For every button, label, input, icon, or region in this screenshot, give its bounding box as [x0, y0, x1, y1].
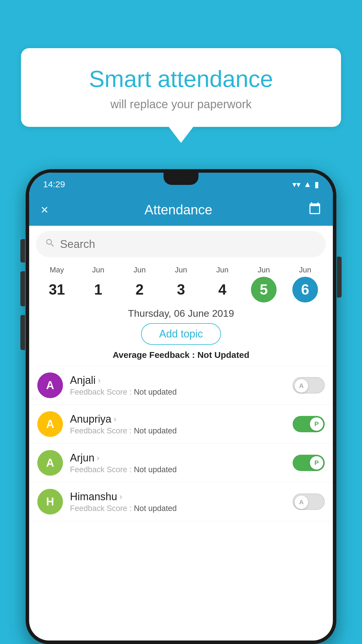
chevron-icon: ›	[114, 414, 116, 424]
battery-icon: ▮	[314, 180, 319, 189]
side-button-left-2	[20, 271, 25, 306]
student-info: Anjali ›Feedback Score : Not updated	[70, 374, 286, 397]
calendar-day[interactable]: Jun3	[168, 265, 194, 302]
side-button-right	[337, 257, 342, 298]
search-input[interactable]	[60, 238, 317, 251]
calendar-month: Jun	[175, 265, 187, 274]
student-item[interactable]: AAnjali ›Feedback Score : Not updatedA	[29, 366, 333, 405]
student-info: Arjun ›Feedback Score : Not updated	[70, 452, 286, 474]
close-button[interactable]: ×	[41, 202, 48, 217]
speech-bubble-container: Smart attendance will replace your paper…	[21, 48, 341, 143]
avg-feedback-value: Not Updated	[197, 350, 249, 360]
calendar-month: Jun	[216, 265, 229, 274]
add-topic-button[interactable]: Add topic	[141, 323, 221, 345]
signal-icon: ▲	[303, 180, 312, 189]
chevron-icon: ›	[120, 492, 122, 501]
calendar-number[interactable]: 4	[210, 277, 235, 302]
calendar-number[interactable]: 31	[44, 277, 70, 302]
calendar-number[interactable]: 2	[127, 277, 152, 302]
calendar-number[interactable]: 1	[85, 277, 111, 302]
calendar-day[interactable]: Jun5	[251, 265, 277, 302]
status-time: 14:29	[43, 179, 65, 189]
chevron-icon: ›	[98, 376, 101, 385]
student-info: Himanshu ›Feedback Score : Not updated	[70, 491, 286, 513]
calendar-day[interactable]: Jun6	[292, 265, 318, 302]
student-item[interactable]: AAnupriya ›Feedback Score : Not updatedP	[29, 405, 333, 444]
avg-feedback: Average Feedback : Not Updated	[29, 350, 333, 360]
speech-bubble: Smart attendance will replace your paper…	[21, 48, 341, 127]
chevron-icon: ›	[97, 453, 99, 463]
calendar-month: May	[50, 265, 64, 274]
search-container[interactable]	[36, 231, 326, 257]
calendar-month: Jun	[133, 265, 146, 274]
avatar: A	[37, 411, 63, 437]
student-name: Anupriya ›	[70, 413, 286, 425]
app-bar: × Attendance	[29, 194, 333, 226]
calendar-month: Jun	[92, 265, 104, 274]
avg-feedback-label: Average Feedback :	[113, 350, 195, 360]
attendance-toggle[interactable]: P	[293, 416, 325, 432]
student-feedback: Feedback Score : Not updated	[70, 504, 286, 513]
wifi-icon: ▾▾	[292, 180, 301, 189]
calendar-number[interactable]: 3	[168, 277, 194, 302]
avatar: H	[37, 489, 63, 514]
calendar-day[interactable]: May31	[44, 265, 70, 302]
side-button-left-1	[20, 239, 25, 262]
student-item[interactable]: AArjun ›Feedback Score : Not updatedP	[29, 444, 333, 482]
calendar-row: May31Jun1Jun2Jun3Jun4Jun5Jun6	[29, 262, 333, 302]
phone-frame: 14:29 ▾▾ ▲ ▮ × Attendance	[26, 169, 336, 644]
student-feedback: Feedback Score : Not updated	[70, 465, 286, 474]
student-feedback: Feedback Score : Not updated	[70, 388, 286, 397]
phone-screen: 14:29 ▾▾ ▲ ▮ × Attendance	[29, 173, 333, 640]
student-item[interactable]: HHimanshu ›Feedback Score : Not updatedA	[29, 482, 333, 521]
student-info: Anupriya ›Feedback Score : Not updated	[70, 413, 286, 435]
student-feedback: Feedback Score : Not updated	[70, 426, 286, 435]
phone-notch	[164, 173, 198, 185]
avatar: A	[37, 372, 63, 398]
speech-bubble-tail	[169, 127, 193, 143]
student-name: Anjali ›	[70, 374, 286, 386]
selected-date-label: Thursday, 06 June 2019	[29, 308, 333, 319]
search-icon	[45, 238, 55, 251]
student-name: Himanshu ›	[70, 491, 286, 503]
attendance-toggle[interactable]: A	[293, 494, 325, 510]
calendar-button[interactable]	[308, 202, 321, 218]
calendar-month: Jun	[258, 265, 270, 274]
calendar-day[interactable]: Jun4	[210, 265, 235, 302]
student-list: AAnjali ›Feedback Score : Not updatedAAA…	[29, 366, 333, 521]
calendar-day[interactable]: Jun1	[85, 265, 111, 302]
calendar-day[interactable]: Jun2	[127, 265, 152, 302]
attendance-toggle[interactable]: P	[293, 455, 325, 471]
calendar-number[interactable]: 5	[251, 277, 277, 302]
app-bar-title: Attendance	[144, 202, 212, 218]
speech-bubble-title: Smart attendance	[38, 66, 324, 92]
calendar-number[interactable]: 6	[292, 277, 318, 302]
speech-bubble-subtitle: will replace your paperwork	[38, 98, 324, 111]
student-name: Arjun ›	[70, 452, 286, 464]
status-icons: ▾▾ ▲ ▮	[292, 180, 319, 189]
calendar-month: Jun	[299, 265, 311, 274]
attendance-toggle[interactable]: A	[293, 377, 325, 393]
side-button-left-3	[20, 315, 25, 350]
avatar: A	[37, 450, 63, 476]
